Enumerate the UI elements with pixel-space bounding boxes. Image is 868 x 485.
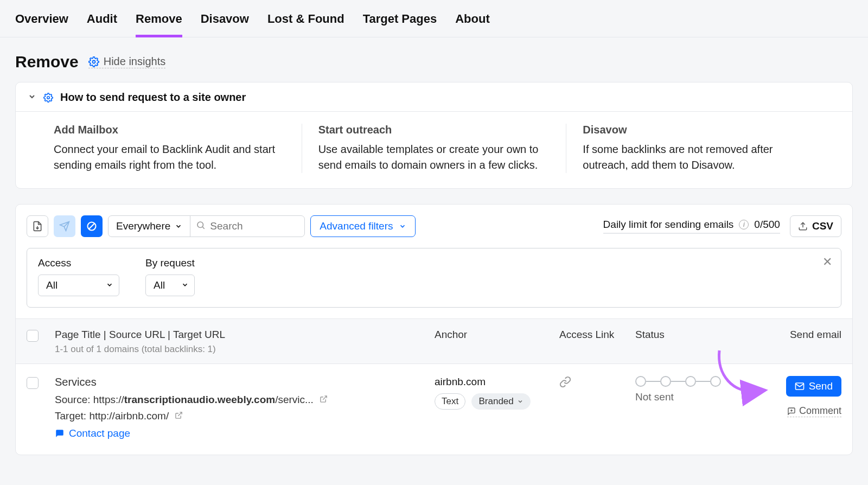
tag-branded-label: Branded — [478, 396, 513, 407]
svg-point-0 — [92, 60, 95, 63]
gear-icon — [88, 56, 99, 67]
col-anchor[interactable]: Anchor — [435, 329, 559, 341]
row-source: Source: https://transcriptionaudio.weebl… — [55, 394, 435, 406]
limit-current: 0 — [754, 219, 760, 230]
svg-line-3 — [89, 224, 94, 229]
page-title: Remove — [15, 53, 79, 71]
svg-line-7 — [323, 396, 327, 400]
results-card: Everywhere Advanced filters Daily limit … — [15, 204, 853, 455]
tab-lost-found[interactable]: Lost & Found — [267, 12, 344, 28]
svg-line-8 — [178, 412, 182, 416]
chevron-down-icon — [28, 91, 36, 104]
source-domain: transcriptionaudio.weebly.com — [124, 394, 275, 405]
filter-byreq-label: By request — [145, 257, 195, 269]
accordion-title: How to send request to a site owner — [60, 91, 246, 104]
tag-branded[interactable]: Branded — [471, 393, 530, 410]
status-dot — [685, 376, 696, 387]
csv-label: CSV — [812, 220, 833, 232]
status-dot — [635, 376, 646, 387]
external-link-icon[interactable] — [175, 412, 183, 421]
row-checkbox[interactable] — [27, 377, 39, 389]
comment-button[interactable]: Comment — [787, 405, 841, 417]
hide-insights-toggle[interactable]: Hide insights — [88, 55, 166, 68]
status-text: Not sent — [635, 391, 744, 403]
disavow-button[interactable] — [81, 215, 103, 237]
filter-access-select[interactable]: All — [38, 275, 119, 296]
main-tabs: Overview Audit Remove Disavow Lost & Fou… — [0, 0, 868, 37]
filter-access: Access All — [38, 257, 119, 296]
tab-about[interactable]: About — [455, 12, 490, 28]
insight-desc: If some backlinks are not removed after … — [583, 142, 814, 173]
export-button[interactable] — [27, 215, 48, 237]
source-rest: /servic... — [275, 394, 314, 405]
col-status[interactable]: Status — [635, 329, 744, 341]
chat-icon — [55, 429, 65, 438]
filter-byreq-select[interactable]: All — [145, 275, 195, 296]
insight-desc: Use available templates or create your o… — [318, 142, 550, 173]
send-button[interactable]: Send — [786, 376, 841, 397]
close-filters-button[interactable]: ✕ — [822, 255, 832, 269]
insight-disavow: Disavow If some backlinks are not remove… — [566, 124, 831, 173]
tag-text: Text — [435, 393, 465, 410]
scope-selector[interactable]: Everywhere — [108, 216, 190, 237]
toolbar: Everywhere Advanced filters Daily limit … — [16, 205, 852, 248]
contact-page-link[interactable]: Contact page — [55, 427, 435, 439]
scope-search-combo: Everywhere — [108, 215, 305, 237]
contact-label: Contact page — [69, 427, 130, 439]
source-protocol: https:// — [93, 394, 124, 405]
anchor-text: airbnb.com — [435, 376, 559, 388]
target-label: Target: — [55, 410, 89, 422]
toolbar-right: Daily limit for sending emails i 0/500 C… — [603, 215, 841, 237]
tab-remove[interactable]: Remove — [136, 12, 182, 28]
insight-title: Disavow — [583, 124, 814, 136]
search-wrap — [190, 220, 304, 232]
col-access[interactable]: Access Link — [559, 329, 635, 341]
tab-target-pages[interactable]: Target Pages — [363, 12, 437, 28]
export-csv-button[interactable]: CSV — [790, 215, 841, 237]
title-bar: Remove Hide insights — [15, 53, 853, 71]
limit-label: Daily limit for sending emails — [603, 219, 734, 231]
info-icon[interactable]: i — [739, 220, 749, 229]
link-icon[interactable] — [559, 378, 571, 390]
search-input[interactable] — [190, 220, 304, 232]
advanced-filters-button[interactable]: Advanced filters — [310, 215, 415, 237]
comment-icon — [787, 407, 796, 416]
insight-start-outreach: Start outreach Use available templates o… — [302, 124, 566, 173]
chevron-down-icon — [106, 279, 113, 291]
insights-body: Add Mailbox Connect your email to Backli… — [16, 112, 852, 188]
row-target: Target: http://airbnb.com/ — [55, 410, 435, 422]
gear-icon — [43, 92, 54, 103]
svg-point-4 — [197, 222, 203, 228]
status-dot — [660, 376, 671, 387]
advanced-filters-label: Advanced filters — [320, 220, 393, 232]
tab-audit[interactable]: Audit — [87, 12, 117, 28]
daily-limit: Daily limit for sending emails i 0/500 — [603, 219, 780, 234]
mail-icon — [795, 381, 805, 391]
upload-icon — [798, 221, 808, 231]
svg-line-5 — [203, 227, 205, 228]
filter-by-request: By request All — [145, 257, 195, 296]
scope-label: Everywhere — [116, 220, 170, 232]
external-link-icon[interactable] — [320, 395, 328, 405]
accordion-header[interactable]: How to send request to a site owner — [16, 82, 852, 112]
tab-overview[interactable]: Overview — [15, 12, 68, 28]
filter-byreq-value: All — [154, 279, 165, 291]
col-send: Send email — [744, 329, 841, 341]
insight-desc: Connect your email to Backlink Audit and… — [54, 142, 285, 173]
chevron-down-icon — [175, 222, 182, 230]
insight-title: Start outreach — [318, 124, 550, 136]
table-row: Services Source: https://transcriptionau… — [16, 364, 852, 455]
col-title[interactable]: Page Title | Source URL | Target URL — [55, 329, 435, 341]
insights-card: How to send request to a site owner Add … — [15, 82, 853, 189]
hide-insights-label: Hide insights — [104, 55, 166, 68]
tab-disavow[interactable]: Disavow — [201, 12, 249, 28]
insight-title: Add Mailbox — [54, 124, 285, 136]
svg-point-1 — [47, 96, 50, 99]
search-icon — [196, 220, 206, 232]
comment-label: Comment — [799, 405, 841, 417]
send-all-button[interactable] — [54, 215, 75, 237]
chevron-down-icon — [181, 279, 189, 291]
select-all-checkbox[interactable] — [27, 330, 39, 342]
limit-max: 500 — [763, 219, 780, 230]
insight-add-mailbox: Add Mailbox Connect your email to Backli… — [37, 124, 302, 173]
